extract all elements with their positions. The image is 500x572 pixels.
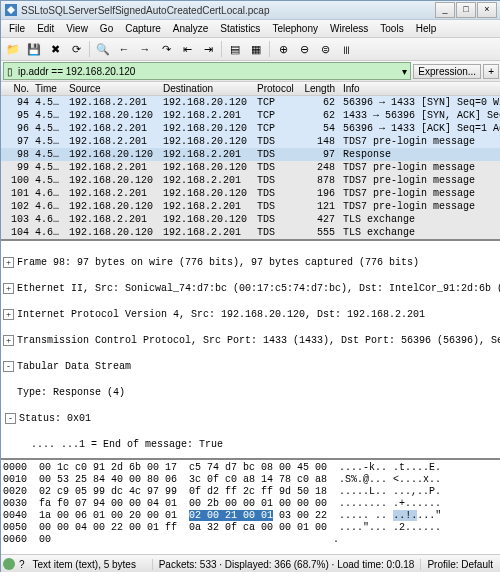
- packet-row[interactable]: 964.5…192.168.2.201192.168.20.120TCP5456…: [1, 122, 500, 135]
- hex-offset: 0060: [3, 534, 27, 545]
- close-button[interactable]: ×: [477, 2, 497, 18]
- reload-icon[interactable]: ⟳: [66, 39, 86, 59]
- eth-line[interactable]: Ethernet II, Src: Sonicwal_74:d7:bc (00:…: [17, 283, 500, 294]
- hex-ascii[interactable]: .....L.. ...,..P.: [339, 486, 441, 497]
- hex-offset: 0040: [3, 510, 27, 521]
- open-icon[interactable]: 📁: [3, 39, 23, 59]
- collapse-icon[interactable]: -: [3, 361, 14, 372]
- packet-row[interactable]: 1024.6…192.168.20.120192.168.2.201TDS121…: [1, 200, 500, 213]
- first-icon[interactable]: ⇤: [177, 39, 197, 59]
- last-icon[interactable]: ⇥: [198, 39, 218, 59]
- hex-bytes[interactable]: 00 1c c0 91 2d 6b 00 17 c5 74 d7 bc 08 0…: [39, 462, 327, 473]
- status-packets: Packets: 533 · Displayed: 366 (68.7%) · …: [153, 559, 422, 570]
- packet-row[interactable]: 984.5…192.168.20.120192.168.2.201TDS97Re…: [1, 148, 500, 161]
- maximize-button[interactable]: □: [456, 2, 476, 18]
- expression-button[interactable]: Expression...: [413, 64, 481, 79]
- hex-ascii[interactable]: ...."... .2......: [339, 522, 441, 533]
- status-line[interactable]: Status: 0x01: [19, 413, 91, 424]
- hex-ascii[interactable]: ..... ..: [339, 510, 393, 521]
- packet-row[interactable]: 954.5…192.168.20.120192.168.2.201TCP6214…: [1, 109, 500, 122]
- separator: [269, 41, 270, 57]
- find-icon[interactable]: 🔍: [93, 39, 113, 59]
- hex-bytes[interactable]: 1a 00 06 01 00 20 00 01: [39, 510, 189, 521]
- status-profile[interactable]: Profile: Default: [421, 559, 499, 570]
- hex-ascii[interactable]: ........ .+......: [339, 498, 441, 509]
- forward-icon[interactable]: →: [135, 39, 155, 59]
- help-icon[interactable]: ?: [19, 559, 25, 570]
- hex-ascii-selected[interactable]: ..!.: [393, 510, 417, 521]
- col-length[interactable]: Length: [301, 82, 341, 95]
- add-filter-button[interactable]: +: [483, 64, 499, 79]
- status-bit[interactable]: .... ...1 = End of message: True: [31, 439, 223, 450]
- packet-row[interactable]: 1044.6…192.168.20.120192.168.2.201TDS555…: [1, 226, 500, 239]
- close-file-icon[interactable]: ✖: [45, 39, 65, 59]
- menu-go[interactable]: Go: [94, 22, 119, 35]
- packet-row[interactable]: 1004.5…192.168.20.120192.168.2.201TDS878…: [1, 174, 500, 187]
- menu-statistics[interactable]: Statistics: [214, 22, 266, 35]
- title-bar: SSLtoSQLServerSelfSignedAutoCreatedCertL…: [1, 1, 500, 20]
- col-destination[interactable]: Destination: [161, 82, 255, 95]
- expert-info-icon[interactable]: [3, 558, 15, 570]
- hex-offset: 0010: [3, 474, 27, 485]
- menu-help[interactable]: Help: [410, 22, 443, 35]
- hex-ascii[interactable]: ....-k.. .t....E.: [339, 462, 441, 473]
- col-protocol[interactable]: Protocol: [255, 82, 301, 95]
- tds-line[interactable]: Tabular Data Stream: [17, 361, 131, 372]
- packet-list-header: No. Time Source Destination Protocol Len…: [1, 82, 500, 96]
- expand-icon[interactable]: +: [3, 335, 14, 346]
- hex-ascii[interactable]: .S%.@... <....x..: [339, 474, 441, 485]
- back-icon[interactable]: ←: [114, 39, 134, 59]
- col-source[interactable]: Source: [67, 82, 161, 95]
- clear-filter-icon[interactable]: ▾: [399, 66, 410, 77]
- zoom-reset-icon[interactable]: ⊜: [315, 39, 335, 59]
- col-no[interactable]: No.: [1, 82, 33, 95]
- hex-bytes-selected[interactable]: 02 00 21 00 01: [189, 510, 273, 521]
- goto-icon[interactable]: ↷: [156, 39, 176, 59]
- expand-icon[interactable]: +: [3, 283, 14, 294]
- col-time[interactable]: Time: [33, 82, 67, 95]
- packet-row[interactable]: 1034.6…192.168.2.201192.168.20.120TDS427…: [1, 213, 500, 226]
- hex-ascii[interactable]: ...": [417, 510, 441, 521]
- packet-row[interactable]: 994.5…192.168.2.201192.168.20.120TDS248T…: [1, 161, 500, 174]
- hex-bytes[interactable]: 00 00 04 00 22 00 01 ff 0a 32 0f ca 00 0…: [39, 522, 327, 533]
- separator: [89, 41, 90, 57]
- col-info[interactable]: Info: [341, 82, 500, 95]
- hex-ascii[interactable]: .: [333, 534, 339, 545]
- menu-view[interactable]: View: [60, 22, 94, 35]
- menu-wireless[interactable]: Wireless: [324, 22, 374, 35]
- type-line[interactable]: Type: Response (4): [17, 387, 125, 398]
- ip-line[interactable]: Internet Protocol Version 4, Src: 192.16…: [17, 309, 425, 320]
- resize-cols-icon[interactable]: ⫼: [336, 39, 356, 59]
- menu-capture[interactable]: Capture: [119, 22, 167, 35]
- colorize-icon[interactable]: ▦: [246, 39, 266, 59]
- hex-bytes[interactable]: 02 c9 05 99 dc 4c 97 99 0f d2 ff 2c ff 9…: [39, 486, 327, 497]
- packet-row[interactable]: 1014.6…192.168.2.201192.168.20.120TDS196…: [1, 187, 500, 200]
- zoom-out-icon[interactable]: ⊖: [294, 39, 314, 59]
- hex-bytes[interactable]: 00: [39, 534, 51, 545]
- display-filter-input[interactable]: [16, 64, 399, 78]
- packet-details[interactable]: +Frame 98: 97 bytes on wire (776 bits), …: [1, 241, 500, 460]
- hex-bytes[interactable]: 00 53 25 84 40 00 80 06 3c 0f c0 a8 14 7…: [39, 474, 327, 485]
- menu-analyze[interactable]: Analyze: [167, 22, 215, 35]
- expand-icon[interactable]: +: [3, 257, 14, 268]
- menu-tools[interactable]: Tools: [374, 22, 409, 35]
- menu-telephony[interactable]: Telephony: [266, 22, 324, 35]
- window-title: SSLtoSQLServerSelfSignedAutoCreatedCertL…: [21, 5, 434, 16]
- minimize-button[interactable]: _: [435, 2, 455, 18]
- save-icon[interactable]: 💾: [24, 39, 44, 59]
- menu-edit[interactable]: Edit: [31, 22, 60, 35]
- menu-file[interactable]: File: [3, 22, 31, 35]
- expand-icon[interactable]: +: [3, 309, 14, 320]
- autoscroll-icon[interactable]: ▤: [225, 39, 245, 59]
- packet-row[interactable]: 974.5…192.168.2.201192.168.20.120TDS148T…: [1, 135, 500, 148]
- tcp-line[interactable]: Transmission Control Protocol, Src Port:…: [17, 335, 500, 346]
- hex-pane[interactable]: 0000 00 1c c0 91 2d 6b 00 17 c5 74 d7 bc…: [1, 460, 500, 554]
- hex-bytes[interactable]: 03 00 22: [273, 510, 327, 521]
- packet-row[interactable]: 944.5…192.168.2.201192.168.20.120TCP6256…: [1, 96, 500, 109]
- bookmark-icon[interactable]: ▯: [4, 66, 16, 77]
- hex-bytes[interactable]: fa f0 07 94 00 00 04 01 00 2b 00 00 01 0…: [39, 498, 327, 509]
- collapse-icon[interactable]: -: [5, 413, 16, 424]
- zoom-in-icon[interactable]: ⊕: [273, 39, 293, 59]
- frame-line[interactable]: Frame 98: 97 bytes on wire (776 bits), 9…: [17, 257, 419, 268]
- app-icon: [5, 4, 17, 16]
